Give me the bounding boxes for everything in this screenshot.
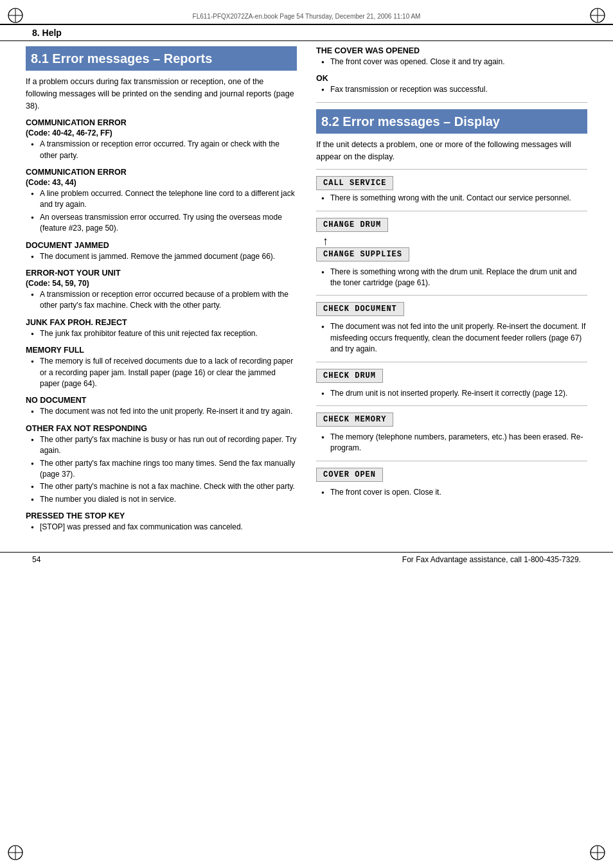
divider xyxy=(316,362,587,362)
error-comm-error-1: COMMUNICATION ERROR (Code: 40-42, 46-72,… xyxy=(26,118,297,161)
error-heading-nodoc: NO DOCUMENT xyxy=(26,396,297,405)
bullet-list-check-drum: The drum unit is not inserted properly. … xyxy=(316,388,587,399)
error-doc-jammed: DOCUMENT JAMMED The document is jammed. … xyxy=(26,241,297,262)
bullet-list-nodoc: The document was not fed into the unit p… xyxy=(26,406,297,417)
divider xyxy=(316,295,587,296)
bullet-list-comm2: A line problem occurred. Connect the tel… xyxy=(26,188,297,235)
display-box-change-drum: CHANGE DRUM xyxy=(316,218,388,232)
error-heading-otherfax: OTHER FAX NOT RESPONDING xyxy=(26,424,297,433)
list-item: [STOP] was pressed and fax communication… xyxy=(31,522,297,533)
error-heading-nyu: ERROR-NOT YOUR UNIT xyxy=(26,269,297,278)
error-subheading-comm1: (Code: 40-42, 46-72, FF) xyxy=(26,128,297,137)
display-entry-call-service: CALL SERVICE There is something wrong wi… xyxy=(316,169,587,204)
display-entry-change-drum: CHANGE DRUM ↑ CHANGE SUPPLIES There is s… xyxy=(316,211,587,289)
corner-br xyxy=(589,844,607,862)
display-box-call-service: CALL SERVICE xyxy=(316,176,393,190)
list-item: The drum unit is not inserted properly. … xyxy=(321,388,587,399)
display-entry-check-drum: CHECK DRUM The drum unit is not inserted… xyxy=(316,362,587,399)
display-entry-cover-open: COVER OPEN The front cover is open. Clos… xyxy=(316,461,587,498)
error-heading-coveropened: THE COVER WAS OPENED xyxy=(316,46,587,55)
error-memory-full: MEMORY FULL The memory is full of receiv… xyxy=(26,346,297,389)
list-item: A line problem occurred. Connect the tel… xyxy=(31,188,297,211)
divider xyxy=(316,169,587,170)
display-box-cover-open: COVER OPEN xyxy=(316,468,383,482)
divider xyxy=(316,461,587,461)
bullet-list-stopkey: [STOP] was pressed and fax communication… xyxy=(26,522,297,533)
error-heading-stopkey: PRESSED THE STOP KEY xyxy=(26,511,297,520)
error-heading-docjam: DOCUMENT JAMMED xyxy=(26,241,297,250)
error-heading-comm2: COMMUNICATION ERROR xyxy=(26,168,297,177)
bullet-list-call-service: There is something wrong with the unit. … xyxy=(316,193,587,204)
error-heading-comm1: COMMUNICATION ERROR xyxy=(26,118,297,127)
bullet-list-memfull: The memory is full of received documents… xyxy=(26,356,297,389)
bullet-list-cover-open: The front cover is open. Close it. xyxy=(316,487,587,498)
bullet-list-check-document: The document was not fed into the unit p… xyxy=(316,321,587,355)
section-1-intro: If a problem occurs during fax transmiss… xyxy=(26,76,297,112)
bullet-list-ok: Fax transmission or reception was succes… xyxy=(316,84,587,95)
bullet-list-otherfax: The other party's fax machine is busy or… xyxy=(26,434,297,505)
left-column: 8.1 Error messages – Reports If a proble… xyxy=(26,46,297,539)
error-junk-fax: JUNK FAX PROH. REJECT The junk fax prohi… xyxy=(26,318,297,339)
arrow-down-icon: ↑ xyxy=(323,235,587,247)
corner-tl xyxy=(6,6,24,24)
error-other-fax: OTHER FAX NOT RESPONDING The other party… xyxy=(26,424,297,505)
corner-tr xyxy=(589,6,607,24)
list-item: The other party's machine is not a fax m… xyxy=(31,481,297,492)
error-no-document: NO DOCUMENT The document was not fed int… xyxy=(26,396,297,417)
list-item: The memory (telephone numbers, parameter… xyxy=(321,432,587,454)
display-box-change-supplies: CHANGE SUPPLIES xyxy=(316,247,409,261)
list-item: Fax transmission or reception was succes… xyxy=(321,84,587,95)
list-item: A transmission or reception error occurr… xyxy=(31,139,297,161)
file-meta: FL611-PFQX2072ZA-en.book Page 54 Thursda… xyxy=(0,13,613,20)
error-heading-memfull: MEMORY FULL xyxy=(26,346,297,355)
page-wrapper: FL611-PFQX2072ZA-en.book Page 54 Thursda… xyxy=(0,0,613,868)
bullet-list-check-memory: The memory (telephone numbers, parameter… xyxy=(316,432,587,454)
list-item: There is something wrong with the unit. … xyxy=(321,193,587,204)
bullet-list-comm1: A transmission or reception error occurr… xyxy=(26,139,297,161)
display-entry-check-document: CHECK DOCUMENT The document was not fed … xyxy=(316,295,587,355)
section-1-title: 8.1 Error messages – Reports xyxy=(26,46,297,71)
bullet-list-junk: The junk fax prohibitor feature of this … xyxy=(26,328,297,339)
display-box-check-drum: CHECK DRUM xyxy=(316,369,383,383)
error-cover-opened: THE COVER WAS OPENED The front cover was… xyxy=(316,46,587,67)
list-item: The document was not fed into the unit p… xyxy=(321,321,587,355)
list-item: The junk fax prohibitor feature of this … xyxy=(31,328,297,339)
bullet-list-docjam: The document is jammed. Remove the jamme… xyxy=(26,251,297,262)
section-2-title: 8.2 Error messages – Display xyxy=(316,109,587,134)
list-item: An overseas transmission error occurred.… xyxy=(31,212,297,235)
section-divider xyxy=(316,102,587,103)
list-item: A transmission or reception error occurr… xyxy=(31,289,297,312)
display-entry-check-memory: CHECK MEMORY The memory (telephone numbe… xyxy=(316,405,587,454)
error-subheading-comm2: (Code: 43, 44) xyxy=(26,178,297,187)
error-not-your-unit: ERROR-NOT YOUR UNIT (Code: 54, 59, 70) A… xyxy=(26,269,297,312)
page-footer: 54 For Fax Advantage assistance, call 1-… xyxy=(0,552,613,567)
list-item: The memory is full of received documents… xyxy=(31,356,297,389)
error-stop-key: PRESSED THE STOP KEY [STOP] was pressed … xyxy=(26,511,297,533)
bullet-list-coveropened: The front cover was opened. Close it and… xyxy=(316,57,587,67)
bullet-list-nyu: A transmission or reception error occurr… xyxy=(26,289,297,312)
page-number: 54 xyxy=(32,555,40,564)
list-item: The other party's fax machine rings too … xyxy=(31,458,297,481)
list-item: There is something wrong with the drum u… xyxy=(321,267,587,289)
content-area: 8.1 Error messages – Reports If a proble… xyxy=(0,46,613,539)
divider xyxy=(316,405,587,406)
bullet-list-change-drum: There is something wrong with the drum u… xyxy=(316,267,587,289)
list-item: The document was not fed into the unit p… xyxy=(31,406,297,417)
error-ok: OK Fax transmission or reception was suc… xyxy=(316,74,587,95)
corner-bl xyxy=(6,844,24,862)
footer-text: For Fax Advantage assistance, call 1-800… xyxy=(402,555,581,564)
list-item: The number you dialed is not in service. xyxy=(31,494,297,505)
section-2-intro: If the unit detects a problem, one or mo… xyxy=(316,139,587,163)
display-box-check-memory: CHECK MEMORY xyxy=(316,412,393,427)
ok-heading: OK xyxy=(316,74,587,83)
chapter-label: 8. Help xyxy=(32,28,62,38)
list-item: The front cover was opened. Close it and… xyxy=(321,57,587,67)
divider xyxy=(316,211,587,211)
error-heading-junk: JUNK FAX PROH. REJECT xyxy=(26,318,297,327)
chapter-header: 8. Help xyxy=(0,24,613,41)
display-box-check-document: CHECK DOCUMENT xyxy=(316,302,404,316)
right-column: THE COVER WAS OPENED The front cover was… xyxy=(316,46,587,539)
list-item: The front cover is open. Close it. xyxy=(321,487,587,498)
list-item: The other party's fax machine is busy or… xyxy=(31,434,297,457)
error-comm-error-2: COMMUNICATION ERROR (Code: 43, 44) A lin… xyxy=(26,168,297,235)
